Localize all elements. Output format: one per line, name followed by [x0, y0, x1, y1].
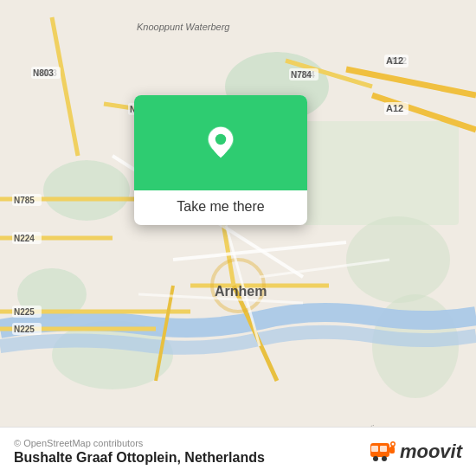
location-pin-icon [203, 125, 238, 160]
svg-text:N225: N225 [14, 325, 35, 334]
svg-text:N225: N225 [14, 307, 35, 317]
svg-text:N785: N785 [14, 196, 35, 205]
svg-text:Arnhem: Arnhem [215, 284, 267, 299]
svg-text:A12: A12 [386, 103, 403, 113]
svg-text:N224: N224 [14, 234, 35, 243]
popup-card: Take me there [134, 95, 307, 225]
svg-point-2 [43, 160, 130, 221]
svg-point-56 [382, 456, 387, 461]
svg-text:N803: N803 [33, 68, 54, 78]
svg-point-52 [215, 134, 226, 145]
svg-rect-57 [371, 446, 378, 452]
svg-point-55 [373, 456, 378, 461]
map-container: N803 N803 N784 N784 A12 A12 A12 N785 N78… [0, 0, 476, 476]
location-name: Bushalte Graaf Ottoplein, Netherlands [14, 450, 265, 466]
svg-rect-4 [303, 121, 459, 225]
popup-green-section [134, 95, 307, 190]
svg-rect-58 [380, 446, 387, 452]
bottom-left-info: © OpenStreetMap contributors Bushalte Gr… [14, 438, 265, 466]
svg-text:A12: A12 [386, 55, 403, 66]
moovit-logo: moovit [369, 438, 462, 466]
svg-point-59 [391, 443, 394, 446]
take-me-there-button[interactable]: Take me there [177, 199, 264, 215]
moovit-icon [369, 438, 396, 466]
copyright-text: © OpenStreetMap contributors [14, 438, 265, 448]
svg-point-5 [346, 216, 450, 303]
popup-label-area[interactable]: Take me there [134, 190, 307, 225]
svg-text:Knooppunt Waterberg: Knooppunt Waterberg [137, 22, 230, 32]
map-background: N803 N803 N784 N784 A12 A12 A12 N785 N78… [0, 0, 476, 476]
moovit-text: moovit [400, 441, 462, 463]
bottom-bar: © OpenStreetMap contributors Bushalte Gr… [0, 427, 476, 476]
svg-text:N784: N784 [291, 70, 312, 80]
svg-rect-54 [389, 447, 395, 453]
